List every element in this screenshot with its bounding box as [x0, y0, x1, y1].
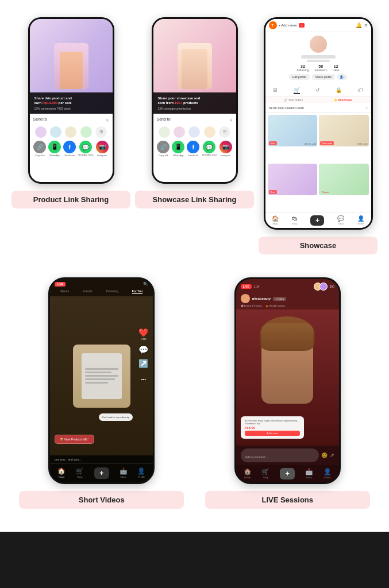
share-btn[interactable]: ↗️ [138, 359, 148, 368]
tiktok-shop-text: TikTok Shop Creator Center [269, 106, 305, 110]
card-short-videos: LIVE 🔍 Manila Friends Following For You [19, 277, 184, 509]
showcase-meta: 13% average commission [158, 107, 232, 110]
more-contacts-icon[interactable]: ⊞ [95, 126, 107, 138]
bottom-nav-live: 🏠 Home 🛒 Shop + 📩 Inbox [236, 465, 339, 482]
phone-product-link: Share this product andearn Rp13.000 per … [28, 17, 114, 184]
nav-home-sv[interactable]: 🏠 Home [57, 467, 66, 479]
tab-manila[interactable]: Manila [60, 289, 69, 294]
nav-home-live[interactable]: 🏠 Home [244, 468, 252, 479]
nav-inbox-live[interactable]: 📩 Inbox [305, 468, 313, 479]
more-btn[interactable]: ••• [141, 373, 146, 383]
tab-lock-icon[interactable]: 🔒 [336, 87, 342, 94]
profile-stats: 32 Following 58 Followers 12 Likes [269, 64, 368, 72]
product-image-area: Share this product andearn Rp13.000 per … [30, 19, 113, 114]
close-icon-1[interactable]: ✕ [106, 118, 109, 123]
status-bar: LIVE 🔍 [50, 279, 153, 288]
live-product-overlay[interactable]: BIO Wonder Natur Organ Skin Moisturing H… [241, 416, 304, 439]
username-blurred [301, 55, 336, 59]
tab-following[interactable]: Following [106, 289, 118, 294]
social-share-icons-2: 🔗 Copy link 📱 WhatsApp f Facebook [157, 141, 233, 157]
notification-icon[interactable]: 🔔 [356, 22, 362, 28]
live-product-name: BIO Wonder Natur Organ Skin Moisturing H… [245, 419, 300, 425]
your-orders-link[interactable]: 🛒 Your orders [284, 98, 303, 102]
nav-profile-sv[interactable]: 👤 Profile [137, 467, 145, 479]
comment-input[interactable]: Add a comment... [241, 448, 319, 462]
nav-create-live[interactable]: + [280, 468, 295, 479]
nav-inbox-sv[interactable]: 📩 Inbox [120, 467, 128, 479]
profile-action-buttons: Edit profile Share profile 👤+ [269, 74, 368, 80]
share-live-icon[interactable]: ↗ [330, 452, 334, 458]
menu-icon[interactable]: ≡ [364, 22, 367, 28]
instagram-btn-1[interactable]: 📷 Instagram [96, 141, 109, 157]
facebook-btn-2[interactable]: f Facebook [187, 141, 199, 157]
tab-friends[interactable]: Friends [83, 289, 93, 294]
viewers-count: 380 [329, 285, 334, 288]
nav-inbox[interactable]: 💬 Inbox [337, 215, 344, 226]
nav-profile-live[interactable]: 👤 Profile [323, 468, 332, 479]
product-price: Rp13.000 [43, 101, 57, 105]
tab-repost-icon[interactable]: ↺ [315, 87, 320, 94]
like-btn[interactable]: ❤️ 1,335 [138, 328, 148, 341]
product-info-bar: Share this product andearn Rp13.000 per … [30, 92, 113, 114]
close-icon-2[interactable]: ✕ [229, 118, 233, 123]
copy-link-btn-1[interactable]: 🔗 Copy link [33, 141, 46, 157]
product-tag-3: Deal [269, 190, 277, 194]
tab-grid-icon[interactable]: ⊞ [273, 87, 278, 94]
nav-profile[interactable]: 👤 Profile [357, 215, 364, 226]
nav-create[interactable]: + [310, 215, 324, 226]
product-tag-sale: Sale [269, 141, 277, 145]
comment-input-area: Add a comment... 😊 ↗ [236, 446, 339, 465]
showcase-link[interactable]: ⭐ Showcase [334, 98, 352, 102]
emoji-icon[interactable]: 😊 [321, 452, 328, 458]
instagram-btn-2[interactable]: 📷 Instagram [219, 141, 232, 157]
tab-bookmark-icon[interactable]: 🏷 [358, 87, 363, 94]
card-product-link-sharing: Share this product andearn Rp13.000 per … [11, 17, 130, 208]
short-video-screen: LIVE 🔍 Manila Friends Following For You [50, 279, 153, 482]
nav-create-sv[interactable]: + [94, 467, 109, 479]
share-sheet-1: Send to ✕ ⊞ [30, 114, 113, 160]
whatsapp-status-btn-1[interactable]: 💬 WhatsApp status [78, 141, 93, 156]
card-label-live: LIVE Sessions [205, 491, 370, 509]
more-contacts-icon-2[interactable]: ⊞ [219, 126, 230, 138]
live-hair-visual [260, 316, 315, 351]
share-profile-btn[interactable]: Share profile [312, 74, 335, 80]
product-card-3[interactable]: Deal [268, 164, 318, 195]
live-add-to-cart-btn[interactable]: Add to cart [245, 431, 300, 436]
product-tag-4: Promo [320, 190, 330, 194]
nav-shop-sv[interactable]: 🛒 Shop [76, 467, 84, 479]
card-showcase-link-sharing: Share your showcase andearn from 100+ pr… [135, 17, 254, 208]
bottom-nav-sv: 🏠 Home 🛒 Shop + 📩 Inbox [50, 463, 153, 482]
search-icon-sv[interactable]: 🔍 [143, 282, 148, 287]
showcase-share-text: Share your showcase andearn from 100+ pr… [158, 96, 232, 106]
view-products-btn[interactable]: 📦 View Products (4) ˅ [55, 435, 94, 444]
follow-btn-live[interactable]: + Follow [273, 297, 286, 301]
handle-blurred [307, 60, 330, 62]
tab-foryou[interactable]: For You [132, 289, 142, 294]
nav-home[interactable]: 🏠 Shop [272, 215, 279, 226]
live-screen: LIVE 1:14 380 [236, 279, 339, 482]
live-badge: LIVE [241, 284, 252, 289]
whatsapp-status-btn-2[interactable]: 💬 WhatsApp status [202, 141, 217, 156]
share-sheet-2: Send to ✕ ⊞ 🔗 [153, 114, 236, 160]
tiktok-shop-bar[interactable]: TikTok Shop Creator Center › [265, 103, 371, 113]
video-tabs: Manila Friends Following For You [50, 288, 153, 295]
comment-btn[interactable]: 💬 [138, 345, 148, 354]
following-label: Following [296, 68, 309, 72]
nav-shop-live[interactable]: 🛒 Shop [261, 468, 269, 479]
product-card-2[interactable]: Flash sale 390k sold [319, 115, 369, 146]
nav-shop[interactable]: 🛍 Shop [292, 215, 298, 226]
product-share-text: Share this product andearn Rp13.000 per … [34, 96, 108, 106]
whatsapp-btn-1[interactable]: 📱 WhatsApp [48, 141, 61, 157]
whatsapp-btn-2[interactable]: 📱 WhatsApp [172, 141, 184, 157]
tab-heart-icon[interactable]: 🛒 [294, 87, 300, 94]
phone-showcase-link: Share your showcase andearn from 100+ pr… [152, 17, 238, 184]
facebook-btn-1[interactable]: f Facebook [63, 141, 76, 157]
add-friend-btn[interactable]: 👤+ [337, 74, 347, 80]
product-sold-1: 491.7k sold [305, 142, 316, 145]
copy-link-btn-2[interactable]: 🔗 Copy link [157, 141, 170, 157]
product-card-4[interactable]: Promo [319, 164, 369, 195]
product-card-1[interactable]: Sale 491.7k sold [268, 115, 318, 146]
comment-text: Can't wait for my orders dp [102, 416, 130, 419]
edit-profile-btn[interactable]: Edit profile [289, 74, 310, 80]
live-tags: 🌸 Beauty & Fashion 🔥 Weekly ranking [241, 304, 334, 307]
